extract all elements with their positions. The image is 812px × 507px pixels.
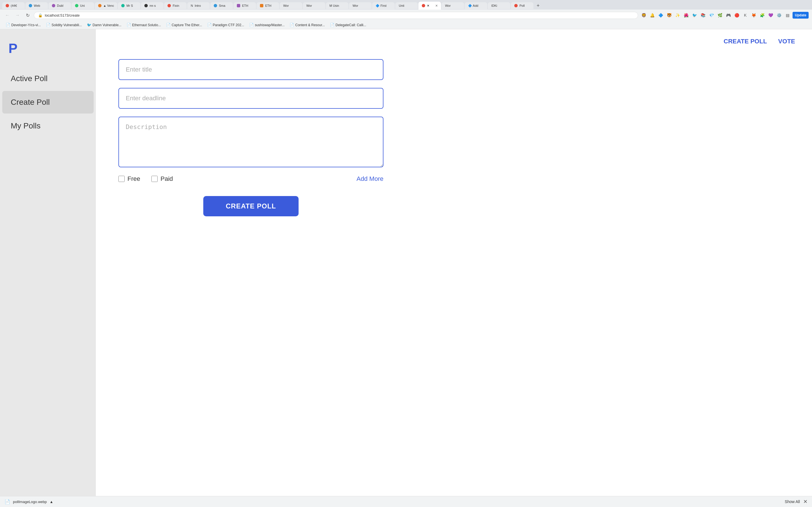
back-button[interactable]: ← (3, 11, 11, 19)
extension-13-icon[interactable]: 🧩 (759, 12, 765, 18)
extension-2-icon[interactable]: 🐯 (666, 12, 672, 18)
tab-close-icon[interactable]: × (435, 3, 438, 8)
tab-item[interactable]: Wor (303, 2, 325, 9)
reload-button[interactable]: ↻ (24, 11, 32, 19)
paid-option-label[interactable]: Paid (151, 175, 173, 182)
extension-9-icon[interactable]: 🎮 (725, 12, 732, 18)
status-close-button[interactable]: ✕ (803, 499, 808, 505)
extension-3-icon[interactable]: ✨ (674, 12, 681, 18)
bookmark-item[interactable]: 📄 Solidity Vulnerabili... (44, 22, 84, 28)
extension-1-icon[interactable]: 🔷 (657, 12, 664, 18)
sidebar-item-my-polls[interactable]: My Polls (2, 115, 94, 137)
bookmark-item[interactable]: 🐦 Damn Vulnerable... (85, 22, 123, 28)
main-header: CREATE POLL VOTE (96, 29, 812, 48)
extension-8-icon[interactable]: 🌿 (716, 12, 723, 18)
free-option-label[interactable]: Free (118, 175, 140, 182)
free-checkbox[interactable] (118, 176, 124, 182)
add-more-row: Add More (357, 175, 384, 182)
bookmark-favicon: 📄 (249, 23, 254, 27)
tab-item[interactable]: ETH (234, 2, 256, 9)
bookmark-label: sushiswap/Master... (255, 23, 285, 27)
forward-button[interactable]: → (13, 11, 21, 19)
tab-item[interactable]: Poll (511, 2, 534, 9)
header-create-poll-link[interactable]: CREATE POLL (724, 38, 767, 45)
sidebar-nav: Active Poll Create Poll My Polls (0, 67, 96, 137)
tab-item[interactable]: ▲ Venc (95, 2, 117, 9)
extension-15-icon[interactable]: ⚙️ (776, 12, 782, 18)
browser-chrome: (44€ Web Dubl Uni ▲ Venc Mr S mr-s Fixi (0, 0, 812, 29)
extension-14-icon[interactable]: 💜 (767, 12, 774, 18)
bookmarks-bar: 📄 Developer-Y/cs-vi... 📄 Solidity Vulner… (0, 21, 812, 29)
sidebar: P Active Poll Create Poll My Polls (0, 29, 96, 496)
extension-5-icon[interactable]: 🐦 (691, 12, 698, 18)
tab-item[interactable]: N Intro (187, 2, 210, 9)
tab-item[interactable]: mr-s (141, 2, 163, 9)
tab-item[interactable]: M Usin (326, 2, 349, 9)
tab-item[interactable]: 🔷 First (372, 2, 395, 9)
paid-checkbox[interactable] (151, 176, 158, 182)
url-text: localhost:5173/create (45, 13, 634, 17)
tab-item[interactable]: Wor (280, 2, 302, 9)
bookmark-item[interactable]: 📄 Capture The Ether... (164, 22, 204, 28)
header-vote-link[interactable]: VOTE (778, 38, 795, 45)
bookmark-favicon: 📄 (166, 23, 170, 27)
tab-item[interactable]: Uni (71, 2, 94, 9)
submit-row: CREATE POLL (118, 190, 384, 222)
tab-item[interactable]: Mr S (118, 2, 140, 9)
description-textarea[interactable] (118, 117, 384, 167)
tab-item[interactable]: ETH (257, 2, 279, 9)
status-right: Show All ✕ (784, 499, 808, 505)
bookmark-item[interactable]: 📄 Paradigm CTF 202... (205, 22, 246, 28)
new-tab-button[interactable]: + (534, 2, 542, 10)
extension-11-icon[interactable]: K (742, 12, 749, 18)
extension-12-icon[interactable]: 🦊 (750, 12, 757, 18)
deadline-input[interactable] (118, 88, 384, 109)
tab-item[interactable]: Unti (395, 2, 418, 9)
paid-label-text: Paid (160, 175, 173, 182)
tab-item[interactable]: (44€ (2, 2, 25, 9)
tab-item[interactable]: Wor (442, 2, 464, 9)
bookmark-favicon: 📄 (207, 23, 212, 27)
extension-7-icon[interactable]: 💎 (708, 12, 715, 18)
bookmark-item[interactable]: 📄 Content & Resour... (287, 22, 327, 28)
tab-item[interactable]: Wor (349, 2, 371, 9)
address-bar[interactable]: 🔒 localhost:5173/create (34, 12, 638, 19)
nav-icons: 🦁 🔔 🔷 🐯 ✨ 🌺 🐦 📚 💎 🌿 🎮 🔴 K 🦊 🧩 💜 ⚙️ ▤ Upd… (640, 12, 809, 18)
submit-create-poll-button[interactable]: CREATE POLL (203, 196, 299, 216)
add-more-link[interactable]: Add More (357, 175, 384, 182)
tab-item[interactable]: Dubl (49, 2, 71, 9)
bookmark-item[interactable]: 📄 sushiswap/Master... (247, 22, 287, 28)
notification-icon[interactable]: 🔔 (649, 12, 656, 18)
extension-10-icon[interactable]: 🔴 (733, 12, 740, 18)
bookmark-label: Paradigm CTF 202... (213, 23, 244, 27)
bookmark-label: Developer-Y/cs-vi... (11, 23, 41, 27)
bookmark-item[interactable]: 📄 DelegateCall: Calli... (327, 22, 368, 28)
tab-item[interactable]: 🔷 Add (465, 2, 487, 9)
bookmark-item[interactable]: 📄 Ethernaut Solutio... (124, 22, 163, 28)
title-input[interactable] (118, 59, 384, 80)
bookmark-label: Solidity Vulnerabili... (52, 23, 82, 27)
bookmark-favicon: 📄 (46, 23, 50, 27)
extension-6-icon[interactable]: 📚 (700, 12, 706, 18)
tab-item[interactable]: IDKi (488, 2, 510, 9)
extension-4-icon[interactable]: 🌺 (682, 12, 689, 18)
tab-item[interactable]: Web (26, 2, 48, 9)
bookmark-favicon: 📄 (126, 23, 131, 27)
sidebar-item-active-poll[interactable]: Active Poll (2, 67, 94, 90)
bookmark-item[interactable]: 📄 Developer-Y/cs-vi... (3, 22, 43, 28)
tab-item[interactable]: Fixin (164, 2, 187, 9)
sidebar-item-create-poll[interactable]: Create Poll (2, 91, 94, 114)
status-bar: 📄 pollImageLogo.webp ▲ Show All ✕ (0, 496, 812, 507)
status-left: 📄 pollImageLogo.webp ▲ (4, 499, 53, 504)
sidebar-toggle-icon[interactable]: ▤ (784, 12, 791, 18)
tab-item-active[interactable]: ✕ × (418, 2, 441, 10)
sidebar-logo-area: P (0, 35, 96, 67)
show-all-button[interactable]: Show All (784, 499, 800, 504)
create-poll-form: Free Paid Add More CREATE POLL (96, 48, 406, 233)
tab-item[interactable]: Sma (210, 2, 233, 9)
free-label-text: Free (128, 175, 140, 182)
brave-shield-icon[interactable]: 🦁 (640, 12, 647, 18)
app-container: P Active Poll Create Poll My Polls CREAT… (0, 29, 812, 496)
update-button[interactable]: Update (793, 12, 809, 18)
status-expand-icon[interactable]: ▲ (50, 500, 53, 504)
